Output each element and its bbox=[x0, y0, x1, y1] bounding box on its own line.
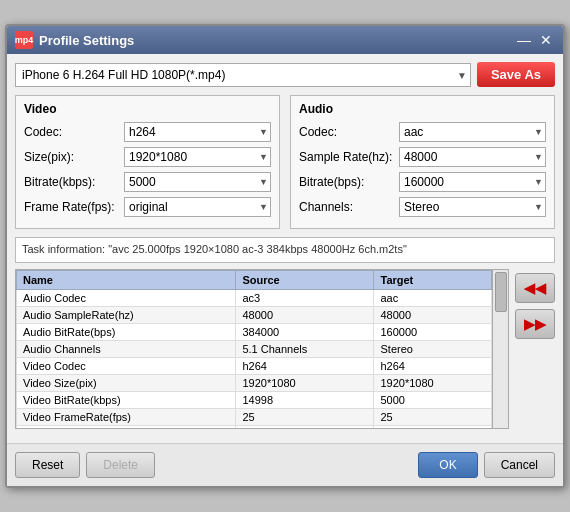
table-cell-6-1: 14998 bbox=[236, 391, 374, 408]
table-cell-8-0: File Size bbox=[17, 425, 236, 429]
table-cell-2-2: 160000 bbox=[374, 323, 492, 340]
table-cell-7-1: 25 bbox=[236, 408, 374, 425]
table-cell-3-0: Audio Channels bbox=[17, 340, 236, 357]
close-button[interactable]: ✕ bbox=[537, 32, 555, 48]
table-row: Video Size(pix)1920*10801920*1080 bbox=[17, 374, 492, 391]
table-cell-6-2: 5000 bbox=[374, 391, 492, 408]
video-codec-select[interactable]: h264 bbox=[124, 122, 271, 142]
col-header-target: Target bbox=[374, 270, 492, 289]
video-bitrate-select-wrapper: 5000 ▼ bbox=[124, 172, 271, 192]
table-cell-4-1: h264 bbox=[236, 357, 374, 374]
table-cell-0-2: aac bbox=[374, 289, 492, 306]
scrollbar-thumb[interactable] bbox=[495, 272, 507, 312]
rewind-button[interactable]: ◀◀ bbox=[515, 273, 555, 303]
table-cell-4-0: Video Codec bbox=[17, 357, 236, 374]
table-cell-4-2: h264 bbox=[374, 357, 492, 374]
table-cell-2-0: Audio BitRate(bps) bbox=[17, 323, 236, 340]
audio-bitrate-row: Bitrate(bps): 160000 ▼ bbox=[299, 172, 546, 192]
profile-row: iPhone 6 H.264 Full HD 1080P(*.mp4) ▼ Sa… bbox=[15, 62, 555, 87]
bottom-right-buttons: OK Cancel bbox=[418, 452, 555, 478]
audio-samplerate-row: Sample Rate(hz): 48000 ▼ bbox=[299, 147, 546, 167]
audio-channels-row: Channels: Stereo ▼ bbox=[299, 197, 546, 217]
bottom-left-buttons: Reset Delete bbox=[15, 452, 155, 478]
audio-codec-select[interactable]: aac bbox=[399, 122, 546, 142]
video-size-row: Size(pix): 1920*1080 ▼ bbox=[24, 147, 271, 167]
video-bitrate-select[interactable]: 5000 bbox=[124, 172, 271, 192]
table-container: Name Source Target Audio Codecac3aacAudi… bbox=[15, 269, 555, 429]
audio-channels-select-wrapper: Stereo ▼ bbox=[399, 197, 546, 217]
table-cell-5-0: Video Size(pix) bbox=[17, 374, 236, 391]
audio-section-title: Audio bbox=[299, 102, 546, 116]
table-wrapper[interactable]: Name Source Target Audio Codecac3aacAudi… bbox=[15, 269, 493, 429]
video-section: Video Codec: h264 ▼ Size(pix): 1920*1080 bbox=[15, 95, 280, 229]
table-cell-6-0: Video BitRate(kbps) bbox=[17, 391, 236, 408]
save-as-button[interactable]: Save As bbox=[477, 62, 555, 87]
profile-settings-window: mp4 Profile Settings — ✕ iPhone 6 H.264 … bbox=[5, 24, 565, 487]
nav-buttons: ◀◀ ▶▶ bbox=[515, 269, 555, 429]
table-cell-7-0: Video FrameRate(fps) bbox=[17, 408, 236, 425]
table-cell-1-2: 48000 bbox=[374, 306, 492, 323]
data-table: Name Source Target Audio Codecac3aacAudi… bbox=[16, 270, 492, 429]
table-row: Audio BitRate(bps)384000160000 bbox=[17, 323, 492, 340]
bottom-bar: Reset Delete OK Cancel bbox=[7, 443, 563, 486]
table-cell-5-2: 1920*1080 bbox=[374, 374, 492, 391]
video-bitrate-row: Bitrate(kbps): 5000 ▼ bbox=[24, 172, 271, 192]
video-bitrate-label: Bitrate(kbps): bbox=[24, 175, 124, 189]
col-header-source: Source bbox=[236, 270, 374, 289]
audio-codec-label: Codec: bbox=[299, 125, 399, 139]
reset-button[interactable]: Reset bbox=[15, 452, 80, 478]
table-row: Video BitRate(kbps)149985000 bbox=[17, 391, 492, 408]
video-framerate-label: Frame Rate(fps): bbox=[24, 200, 124, 214]
audio-bitrate-label: Bitrate(bps): bbox=[299, 175, 399, 189]
col-header-name: Name bbox=[17, 270, 236, 289]
settings-columns: Video Codec: h264 ▼ Size(pix): 1920*1080 bbox=[15, 95, 555, 229]
table-row: Audio Channels5.1 ChannelsStereo bbox=[17, 340, 492, 357]
task-info-box: Task information: "avc 25.000fps 1920×10… bbox=[15, 237, 555, 262]
table-cell-1-1: 48000 bbox=[236, 306, 374, 323]
title-bar-left: mp4 Profile Settings bbox=[15, 31, 134, 49]
table-scrollbar[interactable] bbox=[493, 269, 509, 429]
table-cell-8-2: 7.1020MB bbox=[374, 425, 492, 429]
video-size-select-wrapper: 1920*1080 ▼ bbox=[124, 147, 271, 167]
table-cell-1-0: Audio SampleRate(hz) bbox=[17, 306, 236, 323]
forward-button[interactable]: ▶▶ bbox=[515, 309, 555, 339]
table-header: Name Source Target bbox=[17, 270, 492, 289]
audio-channels-select[interactable]: Stereo bbox=[399, 197, 546, 217]
table-header-row: Name Source Target bbox=[17, 270, 492, 289]
minimize-button[interactable]: — bbox=[515, 32, 533, 48]
table-cell-3-1: 5.1 Channels bbox=[236, 340, 374, 357]
table-cell-7-2: 25 bbox=[374, 408, 492, 425]
table-cell-5-1: 1920*1080 bbox=[236, 374, 374, 391]
table-cell-0-0: Audio Codec bbox=[17, 289, 236, 306]
content-area: iPhone 6 H.264 Full HD 1080P(*.mp4) ▼ Sa… bbox=[7, 54, 563, 436]
video-framerate-select[interactable]: original bbox=[124, 197, 271, 217]
ok-button[interactable]: OK bbox=[418, 452, 477, 478]
profile-select[interactable]: iPhone 6 H.264 Full HD 1080P(*.mp4) bbox=[15, 63, 471, 87]
video-codec-row: Codec: h264 ▼ bbox=[24, 122, 271, 142]
cancel-button[interactable]: Cancel bbox=[484, 452, 555, 478]
audio-samplerate-label: Sample Rate(hz): bbox=[299, 150, 399, 164]
table-cell-8-1 bbox=[236, 425, 374, 429]
video-size-select[interactable]: 1920*1080 bbox=[124, 147, 271, 167]
audio-samplerate-select[interactable]: 48000 bbox=[399, 147, 546, 167]
table-row: File Size7.1020MB bbox=[17, 425, 492, 429]
table-row: Video Codech264h264 bbox=[17, 357, 492, 374]
audio-samplerate-select-wrapper: 48000 ▼ bbox=[399, 147, 546, 167]
audio-bitrate-select-wrapper: 160000 ▼ bbox=[399, 172, 546, 192]
audio-codec-row: Codec: aac ▼ bbox=[299, 122, 546, 142]
video-size-label: Size(pix): bbox=[24, 150, 124, 164]
delete-button[interactable]: Delete bbox=[86, 452, 155, 478]
app-icon: mp4 bbox=[15, 31, 33, 49]
window-title: Profile Settings bbox=[39, 33, 134, 48]
video-section-title: Video bbox=[24, 102, 271, 116]
table-row: Video FrameRate(fps)2525 bbox=[17, 408, 492, 425]
table-row: Audio Codecac3aac bbox=[17, 289, 492, 306]
audio-bitrate-select[interactable]: 160000 bbox=[399, 172, 546, 192]
table-row: Audio SampleRate(hz)4800048000 bbox=[17, 306, 492, 323]
table-cell-2-1: 384000 bbox=[236, 323, 374, 340]
table-body: Audio Codecac3aacAudio SampleRate(hz)480… bbox=[17, 289, 492, 429]
audio-channels-label: Channels: bbox=[299, 200, 399, 214]
audio-section: Audio Codec: aac ▼ Sample Rate(hz): 4800… bbox=[290, 95, 555, 229]
video-framerate-row: Frame Rate(fps): original ▼ bbox=[24, 197, 271, 217]
video-codec-select-wrapper: h264 ▼ bbox=[124, 122, 271, 142]
